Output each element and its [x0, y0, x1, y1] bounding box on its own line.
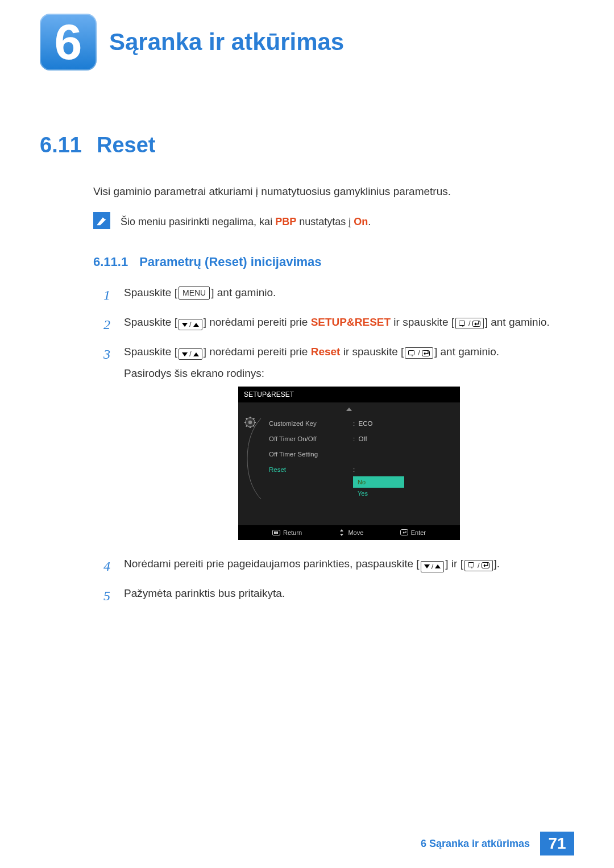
section-heading: 6.11 Reset [40, 133, 574, 157]
text: ] ant gaminio. [434, 346, 499, 358]
text: ] ant gaminio. [211, 286, 276, 298]
value: Off [359, 435, 367, 442]
step-4: 4 Norėdami pereiti prie pageidaujamos pa… [103, 556, 574, 576]
osd-reset-options: No Yes [353, 476, 454, 500]
osd-menu-item: Customized Key [269, 416, 343, 431]
text: ] norėdami pereiti prie [204, 346, 311, 358]
step-5: 5 Pažymėta parinktis bus pritaikyta. [103, 585, 574, 606]
svg-rect-0 [459, 321, 465, 325]
osd-value [353, 447, 454, 462]
osd-screenshot: SETUP&RESET [124, 387, 574, 541]
note-on: On [354, 216, 368, 227]
osd-menu-item: Off Timer Setting [269, 447, 343, 462]
section-body: Visi gaminio parametrai atkuriami į numa… [93, 184, 574, 606]
chapter-title: Sąranka ir atkūrimas [109, 14, 344, 70]
osd-values: : ECO : Off : No Yes [349, 416, 454, 502]
source-enter-icon: / [405, 347, 433, 359]
note-icon [93, 212, 110, 229]
text: Spauskite [ [124, 346, 177, 358]
text: ir spauskite [ [391, 316, 454, 328]
svg-marker-18 [340, 534, 343, 536]
svg-point-5 [248, 420, 252, 423]
section-number: 6.11 [40, 133, 82, 157]
osd-value: : No Yes [353, 462, 454, 502]
note-pbp: PBP [275, 216, 296, 227]
sep: : [353, 435, 355, 442]
enter-icon [400, 529, 408, 535]
sep: : [353, 420, 355, 427]
label: Enter [411, 528, 426, 538]
step-list: 1 Spauskite [MENU] ant gaminio. 2 Spausk… [103, 285, 574, 607]
svg-line-12 [246, 425, 247, 426]
osd-value: : Off [353, 431, 454, 447]
note-mid: nustatytas į [296, 216, 354, 227]
down-up-icon: / [421, 561, 445, 572]
note: Šio meniu pasirinkti negalima, kai PBP n… [93, 212, 574, 229]
note-prefix: Šio meniu pasirinkti negalima, kai [121, 216, 275, 227]
setup-reset-keyword: SETUP&RESET [311, 316, 391, 328]
reset-keyword: Reset [311, 346, 341, 358]
move-icon [338, 529, 345, 536]
step-text: Spauskite [MENU] ant gaminio. [124, 285, 574, 301]
step-text: Spauskite [/] norėdami pereiti prie SETU… [124, 314, 574, 331]
osd-option-yes: Yes [353, 488, 454, 500]
step-number: 3 [103, 344, 114, 364]
osd-value: : ECO [353, 416, 454, 431]
osd-option-no: No [353, 476, 404, 488]
return-icon [272, 530, 280, 535]
osd: SETUP&RESET [238, 387, 460, 541]
page-number-badge: 71 [540, 832, 574, 855]
step-3: 3 Spauskite [/] norėdami pereiti prie Re… [103, 344, 574, 547]
down-up-icon: / [179, 348, 202, 360]
svg-marker-17 [340, 529, 343, 531]
source-enter-icon: / [464, 560, 493, 571]
chapter-number-badge: 6 [40, 14, 97, 70]
label: Move [348, 528, 363, 538]
osd-footer-move: Move [338, 528, 363, 538]
footer-text: 6 Sąranka ir atkūrimas [421, 832, 530, 855]
menu-button-label: MENU [179, 286, 210, 300]
text: ]. [494, 558, 500, 570]
text: Pasirodys šis ekrano rodinys: [124, 367, 264, 379]
osd-menu-item: Off Timer On/Off [269, 431, 343, 447]
subsection-heading: 6.11.1 Parametrų (Reset) inicijavimas [93, 253, 574, 271]
page-footer: 6 Sąranka ir atkūrimas 71 [421, 832, 574, 855]
svg-line-11 [253, 425, 254, 426]
step-text: Norėdami pereiti prie pageidaujamos pari… [124, 556, 574, 572]
svg-line-13 [253, 418, 254, 419]
step-2: 2 Spauskite [/] norėdami pereiti prie SE… [103, 314, 574, 335]
svg-line-10 [246, 418, 247, 419]
svg-rect-15 [274, 531, 276, 534]
subsection-number: 6.11.1 [93, 253, 128, 271]
note-text: Šio meniu pasirinkti negalima, kai PBP n… [121, 212, 371, 229]
osd-menu-item-active: Reset [269, 462, 343, 477]
svg-rect-20 [468, 563, 474, 567]
osd-title: SETUP&RESET [238, 387, 460, 402]
step-text: Spauskite [/] norėdami pereiti prie Rese… [124, 344, 574, 547]
page: 6 Sąranka ir atkūrimas 6.11 Reset Visi g… [0, 0, 614, 868]
text: ] ant gaminio. [485, 316, 550, 328]
sep: : [353, 466, 355, 473]
osd-up-arrow [238, 402, 460, 414]
osd-side-curve [244, 416, 263, 502]
intro-paragraph: Visi gaminio parametrai atkuriami į numa… [93, 184, 574, 200]
osd-footer: Return Move Enter [238, 525, 460, 541]
svg-rect-16 [276, 531, 278, 534]
source-enter-icon: / [455, 318, 484, 329]
step-1: 1 Spauskite [MENU] ant gaminio. [103, 285, 574, 305]
note-suffix: . [368, 216, 371, 227]
step-number: 5 [103, 585, 114, 606]
text: ] norėdami pereiti prie [204, 316, 311, 328]
svg-rect-2 [409, 350, 414, 355]
value: ECO [359, 420, 373, 427]
step-number: 2 [103, 314, 114, 335]
down-up-icon: / [179, 319, 202, 330]
step-number: 4 [103, 556, 114, 576]
label: Return [283, 528, 302, 538]
section-title: Reset [97, 133, 156, 157]
osd-menu: Customized Key Off Timer On/Off Off Time… [269, 416, 343, 502]
step-text: Pažymėta parinktis bus pritaikyta. [124, 585, 574, 602]
osd-footer-enter: Enter [400, 528, 426, 538]
subsection-title: Parametrų (Reset) inicijavimas [139, 253, 321, 271]
step-number: 1 [103, 285, 114, 305]
